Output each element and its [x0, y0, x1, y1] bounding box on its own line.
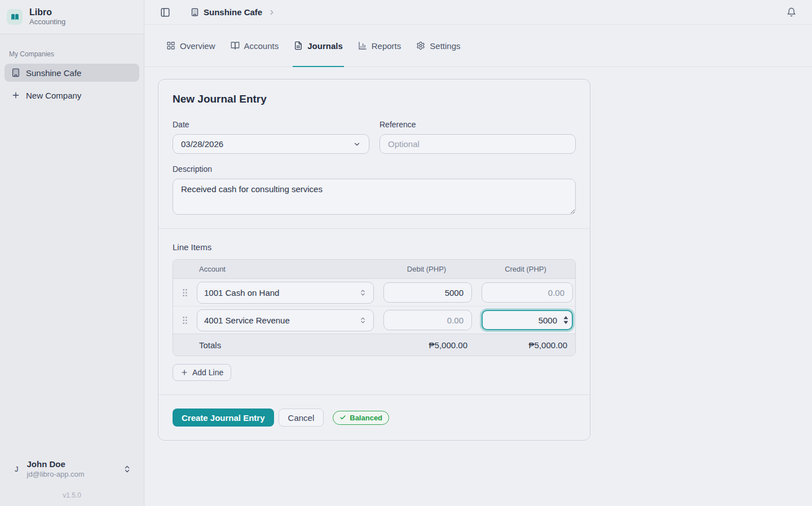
form-actions-section: Create Journal Entry Cancel Balanced [158, 394, 590, 440]
column-header-debit: Debit (PHP) [378, 265, 475, 273]
date-value: 03/28/2026 [181, 139, 223, 149]
building-icon [191, 8, 199, 16]
drag-handle-icon[interactable] [173, 316, 197, 325]
totals-credit: ₱5,000.00 [475, 340, 576, 350]
tab-settings[interactable]: Settings [415, 25, 461, 66]
table-header-row: Account Debit (PHP) Credit (PHP) [173, 260, 575, 279]
line-items-section: Line Items Account Debit (PHP) Credit (P… [158, 228, 590, 394]
tab-reports[interactable]: Reports [357, 25, 403, 66]
create-journal-entry-button[interactable]: Create Journal Entry [173, 409, 274, 427]
add-line-label: Add Line [192, 368, 223, 377]
book-open-icon [231, 41, 240, 50]
sidebar: Libro Accounting My Companies Sunshine C… [0, 0, 144, 506]
avatar: J [15, 465, 19, 473]
gear-icon [416, 41, 425, 50]
new-company-label: New Company [26, 91, 81, 100]
entry-details-section: New Journal Entry Date 03/28/2026 Refe [158, 79, 590, 228]
balanced-status-badge: Balanced [333, 411, 389, 425]
file-text-icon [294, 41, 303, 50]
tab-journals[interactable]: Journals [293, 25, 344, 66]
number-spinner-icon[interactable] [563, 316, 568, 324]
app-version: v1.5.0 [0, 491, 144, 499]
date-label: Date [173, 120, 369, 129]
chevron-down-icon [353, 140, 361, 148]
topbar: Sunshine Cafe [144, 0, 812, 25]
tab-label: Settings [430, 41, 460, 51]
app-name: Libro [29, 7, 65, 17]
tab-label: Journals [307, 41, 343, 51]
sidebar-item-new-company[interactable]: New Company [5, 86, 139, 104]
sidebar-toggle-icon[interactable] [160, 7, 170, 17]
tab-label: Reports [372, 41, 401, 51]
table-row: 4001 Service Revenue [173, 307, 575, 334]
app-header: Libro Accounting [0, 0, 144, 34]
column-header-credit: Credit (PHP) [475, 265, 576, 273]
page-title: New Journal Entry [173, 93, 576, 105]
tab-label: Accounts [244, 41, 279, 51]
user-menu[interactable]: J John Doe jd@libro-app.com [0, 460, 144, 478]
credit-input[interactable] [482, 282, 573, 303]
new-journal-entry-card: New Journal Entry Date 03/28/2026 Refe [158, 79, 590, 441]
credit-input[interactable] [482, 310, 573, 330]
date-select[interactable]: 03/28/2026 [173, 134, 369, 154]
chevron-right-icon [268, 8, 276, 16]
line-items-title: Line Items [173, 242, 576, 252]
app-logo [7, 9, 23, 25]
column-header-account: Account [197, 265, 378, 273]
book-logo-icon [10, 12, 20, 22]
account-select[interactable]: 4001 Service Revenue [197, 309, 374, 331]
plus-icon [180, 369, 188, 376]
line-items-table: Account Debit (PHP) Credit (PHP) [173, 259, 576, 356]
account-value: 4001 Service Revenue [204, 316, 290, 325]
totals-row: Totals ₱5,000.00 ₱5,000.00 [173, 334, 575, 356]
reference-label: Reference [379, 120, 576, 129]
debit-input[interactable] [383, 310, 472, 330]
description-label: Description [173, 165, 576, 174]
chevrons-up-down-icon [359, 317, 367, 324]
user-name: John Doe [27, 460, 85, 468]
reference-input[interactable] [379, 134, 576, 154]
building-icon [11, 68, 20, 77]
grid-icon [166, 41, 175, 50]
notifications-bell-icon[interactable] [787, 7, 796, 17]
account-select[interactable]: 1001 Cash on Hand [197, 282, 374, 304]
main-area: Sunshine Cafe Overview [144, 0, 812, 506]
debit-input[interactable] [383, 282, 472, 303]
drag-handle-icon[interactable] [173, 288, 197, 297]
user-email: jd@libro-app.com [27, 471, 85, 478]
totals-debit: ₱5,000.00 [378, 340, 475, 350]
chevrons-up-down-icon [359, 289, 367, 296]
bar-chart-icon [358, 41, 367, 50]
tab-accounts[interactable]: Accounts [230, 25, 280, 66]
table-row: 1001 Cash on Hand [173, 279, 575, 307]
tab-bar: Overview Accounts Journals [144, 25, 812, 67]
add-line-button[interactable]: Add Line [173, 364, 231, 381]
totals-label: Totals [197, 340, 378, 350]
tab-label: Overview [180, 41, 215, 51]
plus-icon [11, 91, 20, 100]
check-icon [339, 414, 346, 421]
chevrons-up-down-icon [123, 465, 131, 473]
balanced-label: Balanced [350, 414, 382, 422]
companies-section-label: My Companies [9, 50, 135, 58]
account-value: 1001 Cash on Hand [204, 288, 279, 298]
company-name: Sunshine Cafe [26, 68, 81, 78]
app-tagline: Accounting [29, 17, 65, 26]
breadcrumb[interactable]: Sunshine Cafe [191, 7, 276, 17]
sidebar-item-sunshine-cafe[interactable]: Sunshine Cafe [5, 64, 139, 82]
cancel-button[interactable]: Cancel [279, 409, 324, 427]
breadcrumb-company: Sunshine Cafe [204, 7, 262, 17]
description-textarea[interactable]: Received cash for consulting services [173, 179, 576, 215]
tab-overview[interactable]: Overview [165, 25, 217, 66]
